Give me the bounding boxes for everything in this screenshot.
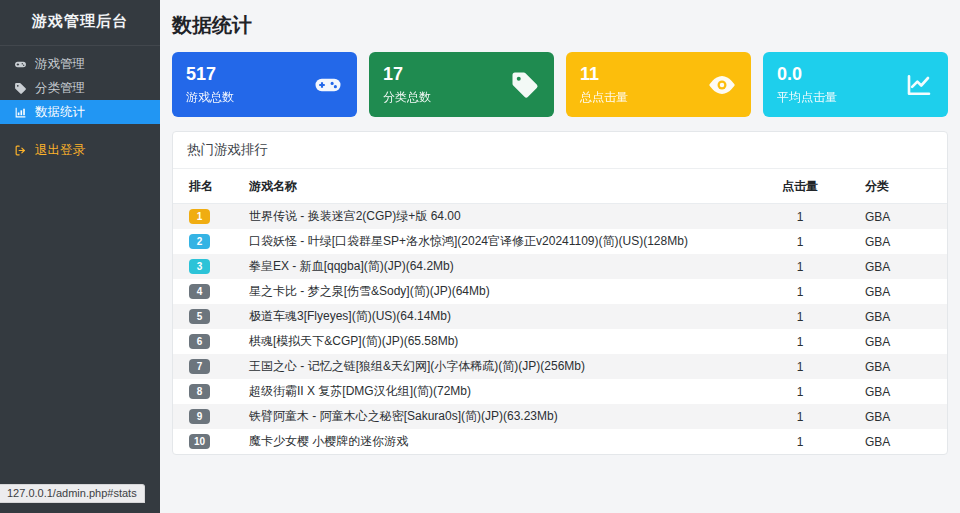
clicks-cell: 1 xyxy=(745,254,855,279)
game-name-cell: 魔卡少女樱 小樱牌的迷你游戏 xyxy=(239,429,745,454)
category-cell: GBA xyxy=(855,354,947,379)
rank-badge: 2 xyxy=(189,234,210,249)
rank-badge: 6 xyxy=(189,334,210,349)
panel-title: 热门游戏排行 xyxy=(173,132,947,169)
stat-card: 0.0 平均点击量 xyxy=(763,52,948,117)
rank-badge: 3 xyxy=(189,259,210,274)
ranking-panel: 热门游戏排行 排名 游戏名称 点击量 分类 1 世界传说 - 换装迷宫2(CGP… xyxy=(172,131,948,455)
stat-card: 11 总点击量 xyxy=(566,52,751,117)
rank-badge: 10 xyxy=(189,434,210,449)
table-row: 6 棋魂[模拟天下&CGP](简)(JP)(65.58Mb) 1 GBA xyxy=(173,329,947,354)
category-cell: GBA xyxy=(855,204,947,230)
category-cell: GBA xyxy=(855,329,947,354)
category-cell: GBA xyxy=(855,279,947,304)
stat-value: 0.0 xyxy=(777,63,837,86)
bar-chart-icon xyxy=(13,106,27,119)
sidebar-item-分类管理[interactable]: 分类管理 xyxy=(0,76,160,100)
game-name-cell: 王国之心 - 记忆之链[狼组&天幻网](小字体稀疏)(简)(JP)(256Mb) xyxy=(239,354,745,379)
game-name-cell: 世界传说 - 换装迷宫2(CGP)绿+版 64.00 xyxy=(239,204,745,230)
stat-label: 游戏总数 xyxy=(186,89,234,106)
sidebar-nav: 游戏管理 分类管理 数据统计 退出登录 xyxy=(0,46,160,162)
tag-icon xyxy=(510,70,540,100)
clicks-cell: 1 xyxy=(745,329,855,354)
game-name-cell: 星之卡比 - 梦之泉[伤雪&Sody](简)(JP)(64Mb) xyxy=(239,279,745,304)
table-row: 8 超级街霸II X 复苏[DMG汉化组](简)(72Mb) 1 GBA xyxy=(173,379,947,404)
stat-value: 11 xyxy=(580,63,628,86)
clicks-cell: 1 xyxy=(745,404,855,429)
clicks-cell: 1 xyxy=(745,429,855,454)
rank-badge: 7 xyxy=(189,359,210,374)
sidebar-item-数据统计[interactable]: 数据统计 xyxy=(0,100,160,124)
page-title: 数据统计 xyxy=(172,12,948,39)
ranking-table: 排名 游戏名称 点击量 分类 1 世界传说 - 换装迷宫2(CGP)绿+版 64… xyxy=(173,169,947,454)
sidebar: 游戏管理后台 游戏管理 分类管理 数据统计 退出登录 xyxy=(0,0,160,513)
category-cell: GBA xyxy=(855,229,947,254)
table-row: 4 星之卡比 - 梦之泉[伤雪&Sody](简)(JP)(64Mb) 1 GBA xyxy=(173,279,947,304)
stat-card: 517 游戏总数 xyxy=(172,52,357,117)
stats-cards: 517 游戏总数 17 分类总数 11 总点击量 xyxy=(172,52,948,117)
category-cell: GBA xyxy=(855,254,947,279)
app-title: 游戏管理后台 xyxy=(0,0,160,46)
table-row: 1 世界传说 - 换装迷宫2(CGP)绿+版 64.00 1 GBA xyxy=(173,204,947,230)
tag-icon xyxy=(13,82,27,95)
eye-icon xyxy=(707,70,737,100)
sidebar-item-label: 数据统计 xyxy=(35,104,85,121)
clicks-cell: 1 xyxy=(745,229,855,254)
col-header-clicks: 点击量 xyxy=(745,169,855,204)
sidebar-item-label: 游戏管理 xyxy=(35,56,85,73)
sidebar-item-退出登录[interactable]: 退出登录 xyxy=(0,138,160,162)
stat-label: 平均点击量 xyxy=(777,89,837,106)
table-row: 7 王国之心 - 记忆之链[狼组&天幻网](小字体稀疏)(简)(JP)(256M… xyxy=(173,354,947,379)
rank-badge: 4 xyxy=(189,284,210,299)
logout-icon xyxy=(13,144,27,157)
clicks-cell: 1 xyxy=(745,379,855,404)
rank-badge: 9 xyxy=(189,409,210,424)
game-name-cell: 铁臂阿童木 - 阿童木心之秘密[Sakura0s](简)(JP)(63.23Mb… xyxy=(239,404,745,429)
game-name-cell: 拳皇EX - 新血[qqgba](简)(JP)(64.2Mb) xyxy=(239,254,745,279)
main-content: 数据统计 517 游戏总数 17 分类总数 11 xyxy=(160,0,960,465)
stat-value: 17 xyxy=(383,63,431,86)
game-name-cell: 口袋妖怪 - 叶绿[口袋群星SP+洛水惊鸿](2024官译修正v20241109… xyxy=(239,229,745,254)
table-row: 2 口袋妖怪 - 叶绿[口袋群星SP+洛水惊鸿](2024官译修正v202411… xyxy=(173,229,947,254)
category-cell: GBA xyxy=(855,304,947,329)
category-cell: GBA xyxy=(855,404,947,429)
stat-label: 分类总数 xyxy=(383,89,431,106)
game-name-cell: 棋魂[模拟天下&CGP](简)(JP)(65.58Mb) xyxy=(239,329,745,354)
gamepad-icon xyxy=(313,70,343,100)
category-cell: GBA xyxy=(855,429,947,454)
rank-badge: 8 xyxy=(189,384,210,399)
table-row: 3 拳皇EX - 新血[qqgba](简)(JP)(64.2Mb) 1 GBA xyxy=(173,254,947,279)
sidebar-item-游戏管理[interactable]: 游戏管理 xyxy=(0,52,160,76)
sidebar-item-label: 退出登录 xyxy=(35,142,85,159)
clicks-cell: 1 xyxy=(745,204,855,230)
clicks-cell: 1 xyxy=(745,279,855,304)
stat-value: 517 xyxy=(186,63,234,86)
stat-label: 总点击量 xyxy=(580,89,628,106)
col-header-category: 分类 xyxy=(855,169,947,204)
clicks-cell: 1 xyxy=(745,354,855,379)
gamepad-icon xyxy=(13,58,27,71)
col-header-name: 游戏名称 xyxy=(239,169,745,204)
line-chart-icon xyxy=(904,70,934,100)
sidebar-item-label: 分类管理 xyxy=(35,80,85,97)
rank-badge: 1 xyxy=(189,209,210,224)
table-row: 5 极道车魂3[Flyeyes](简)(US)(64.14Mb) 1 GBA xyxy=(173,304,947,329)
col-header-rank: 排名 xyxy=(173,169,239,204)
table-row: 10 魔卡少女樱 小樱牌的迷你游戏 1 GBA xyxy=(173,429,947,454)
table-header-row: 排名 游戏名称 点击量 分类 xyxy=(173,169,947,204)
stat-card: 17 分类总数 xyxy=(369,52,554,117)
rank-badge: 5 xyxy=(189,309,210,324)
browser-status-url: 127.0.0.1/admin.php#stats xyxy=(0,484,145,503)
game-name-cell: 极道车魂3[Flyeyes](简)(US)(64.14Mb) xyxy=(239,304,745,329)
category-cell: GBA xyxy=(855,379,947,404)
game-name-cell: 超级街霸II X 复苏[DMG汉化组](简)(72Mb) xyxy=(239,379,745,404)
clicks-cell: 1 xyxy=(745,304,855,329)
table-row: 9 铁臂阿童木 - 阿童木心之秘密[Sakura0s](简)(JP)(63.23… xyxy=(173,404,947,429)
